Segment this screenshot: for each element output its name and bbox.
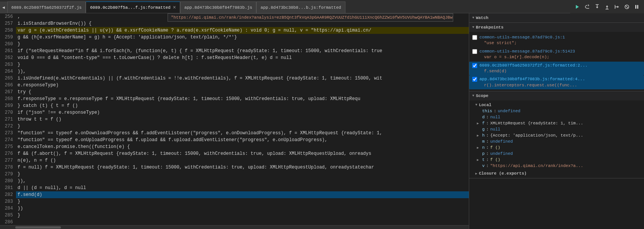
closure-header[interactable]: ▶ Closure (e.exports) xyxy=(469,170,644,177)
breakpoint-checkbox[interactable] xyxy=(472,35,477,40)
scope-item: this: undefined xyxy=(469,108,644,114)
scope-item[interactable]: ▶t: f () xyxy=(469,157,644,163)
line-number: 261 xyxy=(3,48,13,54)
line-number: 278 xyxy=(3,164,13,171)
step-button[interactable] xyxy=(613,3,621,11)
breakpoint-item[interactable]: common-utils-message.87ad79c0.js:51423va… xyxy=(469,48,644,62)
line-number: 282 xyxy=(3,191,13,198)
code-line[interactable]: i.isUndefined(e.withCredentials) || (f.w… xyxy=(16,75,469,82)
scope-label: Scope xyxy=(476,94,488,98)
main-content: "https://api.qimai.cn/rank/index?analysi… xyxy=(0,13,644,229)
code-line[interactable]: n(e), n = f () xyxy=(16,157,469,164)
tab-file1[interactable]: 6089.0c2b807f5a6250372f2f.js xyxy=(7,2,86,13)
scope-key: v xyxy=(482,164,485,168)
code-line[interactable]: e.responseType) xyxy=(16,82,469,89)
code-line[interactable]: g && (h[e.xsrfHeaderName] = g) h = {Acce… xyxy=(16,34,469,41)
code-line[interactable]: } catch (t) { t = f () xyxy=(16,102,469,109)
code-line[interactable]: )), xyxy=(16,178,469,184)
code-line[interactable]: } xyxy=(16,198,469,205)
code-line[interactable]: if ("json" !== e.responseType) xyxy=(16,109,469,116)
code-line[interactable]: } xyxy=(16,123,469,130)
line-number: 259 xyxy=(3,34,13,41)
code-line[interactable]: d || (d = null), d = null xyxy=(16,184,469,191)
scope-section: ▼ Scope ▼ Local this: undefined d: null▶… xyxy=(469,91,644,178)
scope-value: f () xyxy=(490,157,500,162)
code-line[interactable]: )) xyxy=(16,205,469,212)
closure-arrow-icon: ▶ xyxy=(475,172,477,176)
breakpoint-text: common-utils-message.87ad79c0.js:1"use s… xyxy=(479,35,565,46)
code-line[interactable]: f && (f.abort(), f = XMLHttpRequest {rea… xyxy=(16,150,469,157)
resume-button[interactable] xyxy=(573,3,582,11)
scope-value: f () xyxy=(490,145,500,150)
step-into-button[interactable] xyxy=(593,3,601,11)
code-line[interactable]: throw t t = f () xyxy=(16,116,469,123)
line-number: 277 xyxy=(3,157,13,164)
code-line[interactable]: e.cancelToken.promise.then((function(e) … xyxy=(16,143,469,150)
tab-file2[interactable]: 6089.0c2b807f5a...f.js:formatted × xyxy=(86,2,180,13)
line-number: 258 xyxy=(3,27,13,34)
code-line[interactable]: f.responseType = e.responseType f = XMLH… xyxy=(16,95,469,102)
local-label: Local xyxy=(479,103,491,107)
code-line[interactable]: } xyxy=(16,212,469,219)
scope-expand-icon xyxy=(477,127,481,131)
line-number: 256 xyxy=(3,13,13,20)
code-line[interactable]: "function" == typeof e.onUploadProgress … xyxy=(16,137,469,143)
tab-file4[interactable]: app.8d473bc30b8...b.js:formatted xyxy=(256,2,345,13)
breakpoint-item[interactable]: 6089.0c2b807f5a6250372f2f.js:formatted:2… xyxy=(469,62,644,76)
pause-exceptions-button[interactable] xyxy=(633,3,641,11)
svg-marker-3 xyxy=(596,7,598,8)
breakpoints-header[interactable]: ▼ Breakpoints xyxy=(469,23,644,32)
line-number: 265 xyxy=(3,75,13,82)
code-line[interactable]: f = null) f = XMLHttpRequest {readyState… xyxy=(16,164,469,171)
code-line[interactable]: try { xyxy=(16,89,469,95)
scope-content: ▼ Local this: undefined d: null▶f: XMLHt… xyxy=(469,100,644,178)
line-number: 266 xyxy=(3,82,13,89)
scope-value: undefined xyxy=(498,109,520,113)
scope-header[interactable]: ▼ Scope xyxy=(469,91,644,100)
breakpoint-checkbox[interactable] xyxy=(472,49,477,54)
line-number: 273 xyxy=(3,130,13,137)
breakpoint-text: common-utils-message.87ad79c0.js:51423va… xyxy=(479,49,575,60)
tooltip-text: "https://api.qimai.cn/rank/index?analysi… xyxy=(171,15,453,20)
line-number: 284 xyxy=(3,205,13,212)
code-line[interactable]: "function" == typeof e.onDownloadProgres… xyxy=(16,130,469,137)
line-number: 271 xyxy=(3,116,13,123)
line-number: 280 xyxy=(3,178,13,184)
line-number: 281 xyxy=(3,184,13,191)
code-content[interactable]: , i.isStandardBrowserEnv()) { var g = (e… xyxy=(16,13,469,225)
line-number: 267 xyxy=(3,89,13,95)
scope-item[interactable]: ▶n: f () xyxy=(469,145,644,151)
deactivate-button[interactable] xyxy=(623,3,631,11)
code-lines-container[interactable]: 2562572582592602612622632642652662672682… xyxy=(0,13,469,225)
step-over-button[interactable] xyxy=(583,3,591,11)
scope-expand-icon: ▶ xyxy=(477,134,481,138)
code-line[interactable]: } xyxy=(16,171,469,178)
code-line[interactable]: )), xyxy=(16,68,469,75)
code-line[interactable]: } xyxy=(16,41,469,48)
close-icon[interactable]: × xyxy=(173,5,176,10)
scope-key: t xyxy=(482,157,485,162)
step-out-button[interactable] xyxy=(603,3,611,11)
line-number: 269 xyxy=(3,102,13,109)
tab-file3[interactable]: app.8d473bc30b8f84f7083b.js xyxy=(180,2,256,13)
local-header[interactable]: ▼ Local xyxy=(469,102,644,108)
watch-header[interactable]: ▼ Watch xyxy=(469,13,644,22)
code-line[interactable]: } xyxy=(16,61,469,68)
line-number: 286 xyxy=(3,219,13,225)
tab-nav-button[interactable]: ◀ xyxy=(0,2,7,13)
code-line[interactable]: void 0 === d && "content-type" === t.toL… xyxy=(16,54,469,61)
line-number: 274 xyxy=(3,137,13,143)
code-line[interactable]: var g = (e.withCredentials || u(v)) && e… xyxy=(16,27,469,34)
code-line[interactable]: f.send(d) xyxy=(16,191,469,198)
breakpoint-item[interactable]: common-utils-message.87ad79c0.js:1"use s… xyxy=(469,33,644,48)
code-line[interactable]: if ("setRequestHeader"in f && i.forEach(… xyxy=(16,48,469,54)
breakpoint-checkbox[interactable] xyxy=(472,63,477,68)
scope-item[interactable]: ▶f: XMLHttpRequest {readyState: 1, tim..… xyxy=(469,120,644,126)
scope-item[interactable]: ▶h: {Accept: 'application/json, text/p..… xyxy=(469,132,644,138)
scope-local-list: this: undefined d: null▶f: XMLHttpReques… xyxy=(469,108,644,169)
scrollbar-thumb[interactable] xyxy=(15,226,61,229)
breakpoint-checkbox[interactable] xyxy=(472,77,477,82)
breakpoint-item[interactable]: app.8d473bc30b8f84f7083b.js:formatted:4.… xyxy=(469,75,644,89)
horizontal-scrollbar[interactable] xyxy=(0,225,469,229)
code-line[interactable] xyxy=(16,219,469,225)
